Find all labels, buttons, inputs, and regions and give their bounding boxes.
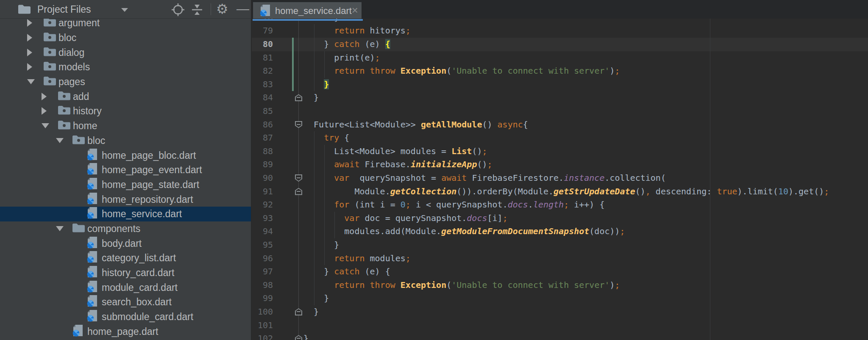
chevron-expanded-icon[interactable] (56, 138, 64, 143)
line-number[interactable]: 96 (252, 252, 273, 265)
code-line-84[interactable]: 84 } (252, 91, 868, 105)
tree-item-search-box-dart[interactable]: search_box.dart (0, 295, 251, 310)
project-panel-header[interactable]: Project Files ⚙ — (0, 0, 251, 19)
line-number[interactable]: 95 (252, 238, 273, 252)
code-line-94[interactable]: 94 modules.add(Module.getModuleFromDocum… (252, 225, 868, 238)
tab-home-service-dart[interactable]: home_service.dart × (253, 2, 362, 19)
line-number[interactable]: 87 (252, 131, 273, 145)
line-number[interactable]: 102 (252, 332, 273, 340)
code-line-96[interactable]: 96 return modules; (252, 252, 868, 265)
code-line-99[interactable]: 99 } (252, 292, 868, 305)
line-number[interactable]: 82 (252, 64, 273, 78)
line-number[interactable]: 99 (252, 292, 273, 305)
tree-item-home[interactable]: home (0, 119, 251, 133)
chevron-collapsed-icon[interactable] (27, 49, 32, 56)
tree-item-home-page-event-dart[interactable]: home_page_event.dart (0, 163, 251, 177)
code-line-95[interactable]: 95 } (252, 238, 868, 252)
tree-item-home-service-dart[interactable]: home_service.dart (0, 207, 251, 221)
tree-item-module-card-dart[interactable]: module_card.dart (0, 280, 251, 295)
tree-item-bloc[interactable]: bloc (0, 30, 251, 45)
tree-item-label: body.dart (102, 238, 142, 249)
fold-marker-icon[interactable] (295, 308, 302, 315)
locate-file-icon[interactable] (171, 3, 185, 18)
line-number[interactable]: 98 (252, 279, 273, 292)
code-line-79[interactable]: 79 return hitorys; (252, 24, 868, 38)
line-number[interactable]: 91 (252, 185, 273, 199)
code-line-102[interactable]: 102} (252, 332, 868, 340)
chevron-expanded-icon[interactable] (42, 123, 49, 128)
tree-item-bloc[interactable]: bloc (0, 133, 251, 148)
chevron-collapsed-icon[interactable] (42, 93, 47, 100)
line-number[interactable]: 86 (252, 118, 273, 132)
vcs-change-marker[interactable] (292, 38, 294, 91)
tree-item-body-dart[interactable]: body.dart (0, 236, 251, 251)
line-number[interactable]: 90 (252, 171, 273, 185)
line-number[interactable]: 100 (252, 305, 273, 319)
line-number[interactable]: 85 (252, 105, 273, 118)
line-number[interactable]: 93 (252, 212, 273, 225)
fold-marker-icon[interactable] (295, 188, 302, 195)
chevron-expanded-icon[interactable] (27, 79, 35, 84)
tree-item-pages[interactable]: pages (0, 75, 251, 89)
line-number[interactable]: 89 (252, 158, 273, 171)
code-text: for (int i = 0; i < querySnapshot.docs.l… (303, 198, 604, 212)
line-number[interactable]: 81 (252, 51, 273, 65)
code-line-80[interactable]: 80 } catch (e) { (252, 38, 868, 51)
code-line-97[interactable]: 97 } catch (e) { (252, 265, 868, 279)
code-line-90[interactable]: 90 var querySnapshot = await FirebaseFir… (252, 171, 868, 185)
tree-item-components[interactable]: components (0, 221, 251, 236)
tree-item-submodule-card-dart[interactable]: submodule_card.dart (0, 310, 251, 324)
tree-item-models[interactable]: models (0, 60, 251, 75)
hide-panel-icon[interactable]: — (236, 2, 249, 16)
line-number[interactable]: 79 (252, 24, 273, 38)
code-line-93[interactable]: 93 var doc = querySnapshot.docs[i]; (252, 212, 868, 225)
fold-marker-icon[interactable] (295, 121, 302, 128)
code-line-92[interactable]: 92 for (int i = 0; i < querySnapshot.doc… (252, 198, 868, 212)
fold-marker-icon[interactable] (295, 335, 302, 340)
tree-item-dialog[interactable]: dialog (0, 45, 251, 60)
tree-item-home-page-state-dart[interactable]: home_page_state.dart (0, 177, 251, 192)
line-number[interactable]: 92 (252, 198, 273, 212)
gear-icon[interactable]: ⚙ (216, 1, 228, 17)
tree-item-home-repository-dart[interactable]: home_repository.dart (0, 192, 251, 207)
line-number[interactable]: 88 (252, 145, 273, 158)
panel-title[interactable]: Project Files (37, 4, 91, 15)
code-line-81[interactable]: 81 print(e); (252, 51, 868, 65)
fold-marker-icon[interactable] (295, 94, 302, 101)
line-number[interactable]: 83 (252, 78, 273, 91)
tree-item-home-page-bloc-dart[interactable]: home_page_bloc.dart (0, 148, 251, 163)
code-line-86[interactable]: 86 Future<List<Module>> getAllModule() a… (252, 118, 868, 132)
tree-item-history[interactable]: history (0, 104, 251, 119)
chevron-collapsed-icon[interactable] (27, 34, 32, 41)
line-number[interactable]: 94 (252, 225, 273, 238)
code-line-88[interactable]: 88 List<Module> modules = List(); (252, 145, 868, 158)
header-divider (211, 3, 211, 15)
line-number[interactable]: 101 (252, 319, 273, 332)
dropdown-caret-icon[interactable] (121, 8, 128, 12)
chevron-collapsed-icon[interactable] (27, 63, 32, 71)
code-line-91[interactable]: 91 Module.getCollection()).orderBy(Modul… (252, 185, 868, 199)
tree-item-home-page-dart[interactable]: home_page.dart (0, 324, 251, 339)
tree-item-category-list-dart[interactable]: category_list.dart (0, 251, 251, 265)
chevron-collapsed-icon[interactable] (42, 107, 47, 115)
code-line-82[interactable]: 82 return throw Exception('Unable to con… (252, 64, 868, 78)
tree-item-add[interactable]: add (0, 89, 251, 104)
code-line-100[interactable]: 100 } (252, 305, 868, 319)
line-number[interactable]: 97 (252, 265, 273, 279)
chevron-collapsed-icon[interactable] (27, 19, 32, 27)
collapse-all-icon[interactable] (191, 3, 203, 18)
code-area[interactable]: 78 }79 return hitorys;80 } catch (e) {81… (252, 0, 868, 340)
code-line-98[interactable]: 98 return throw Exception('Unable to con… (252, 279, 868, 292)
line-number[interactable]: 80 (252, 38, 273, 51)
tab-close-icon[interactable]: × (352, 4, 358, 17)
code-line-101[interactable]: 101 (252, 319, 868, 332)
code-line-89[interactable]: 89 await Firebase.initializeApp(); (252, 158, 868, 171)
code-line-83[interactable]: 83 } (252, 78, 868, 91)
code-line-85[interactable]: 85 (252, 105, 868, 118)
code-text: return throw Exception('Unable to connec… (303, 64, 620, 78)
chevron-expanded-icon[interactable] (56, 226, 64, 231)
tree-item-history-card-dart[interactable]: history_card.dart (0, 265, 251, 280)
line-number[interactable]: 84 (252, 91, 273, 105)
code-line-87[interactable]: 87 try { (252, 131, 868, 145)
fold-marker-icon[interactable] (295, 174, 302, 182)
